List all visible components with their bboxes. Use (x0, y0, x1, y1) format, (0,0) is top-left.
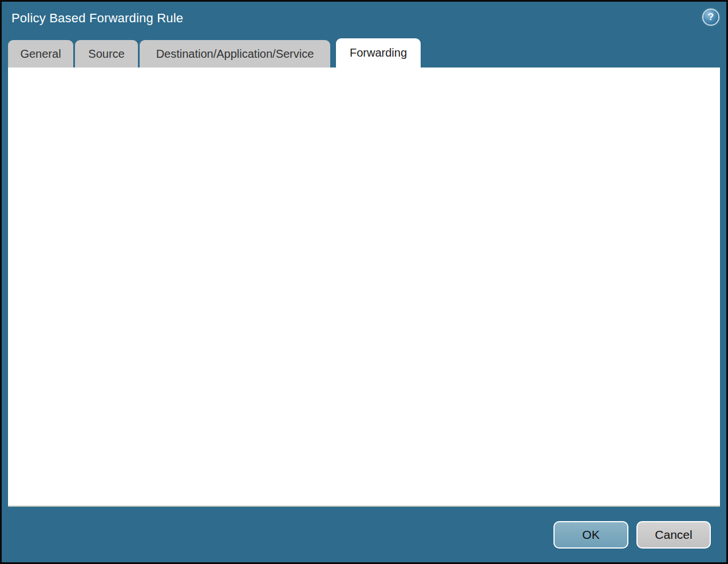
cancel-button[interactable]: Cancel (636, 521, 711, 549)
tab-source[interactable]: Source (75, 40, 138, 67)
tab-forwarding-label: Forwarding (350, 46, 407, 59)
tab-dest-label: Destination/Application/Service (156, 47, 314, 61)
cancel-button-label: Cancel (655, 528, 692, 542)
ok-button-label: OK (582, 528, 599, 542)
tab-general[interactable]: General (8, 40, 73, 67)
help-icon: ? (703, 10, 718, 25)
ok-button[interactable]: OK (553, 521, 628, 549)
tab-general-label: General (20, 47, 61, 61)
dialog-title: Policy Based Forwarding Rule (11, 11, 183, 26)
help-button[interactable]: ? (702, 9, 719, 26)
forwarding-tab-panel (8, 67, 720, 507)
tab-source-label: Source (88, 47, 124, 61)
tab-destination-application-service[interactable]: Destination/Application/Service (140, 40, 330, 67)
tab-forwarding[interactable]: Forwarding (336, 38, 421, 67)
policy-based-forwarding-dialog: Policy Based Forwarding Rule ? General S… (0, 0, 728, 564)
